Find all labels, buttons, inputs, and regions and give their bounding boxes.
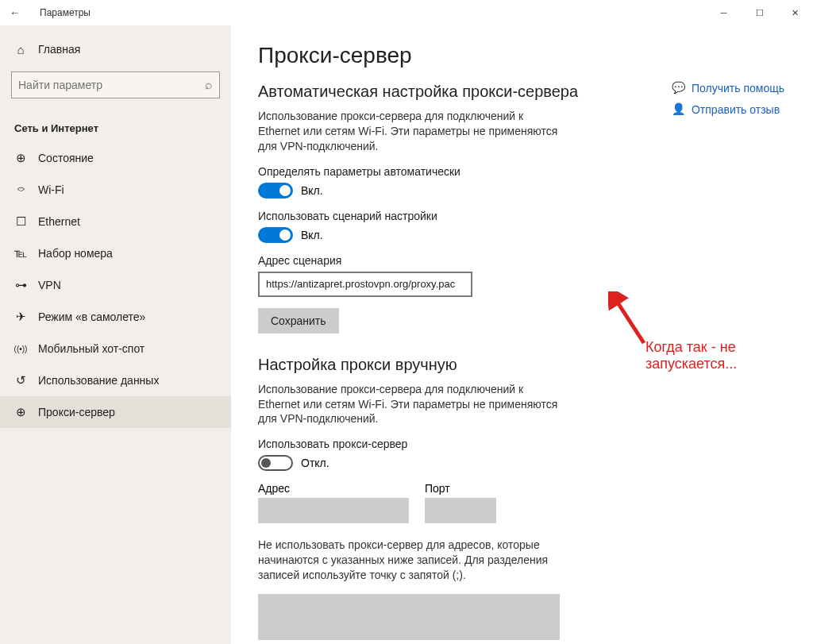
wifi-icon: ⌔ [14,183,27,197]
close-button[interactable]: ✕ [777,0,813,25]
back-button[interactable]: ← [10,6,32,19]
address-label: Адрес [258,482,409,495]
manual-proxy-desc: Использование прокси-сервера для подключ… [258,382,568,427]
window-title: Параметры [40,7,91,18]
auto-detect-toggle[interactable] [258,183,293,199]
sidebar-home[interactable]: ⌂ Главная [0,33,231,65]
search-icon: ⌕ [205,78,213,92]
get-help-label: Получить помощь [692,82,784,94]
feedback-label: Отправить отзыв [692,103,780,116]
auto-proxy-heading: Автоматическая настройка прокси-сервера [258,83,639,101]
page-title: Прокси-сервер [258,43,639,68]
address-input [258,498,409,523]
get-help-link[interactable]: 💬 Получить помощь [672,81,784,94]
script-address-input[interactable] [258,272,472,297]
port-label: Порт [425,482,496,495]
sidebar-item-proxy[interactable]: ⊕ Прокси-сервер [0,396,231,428]
use-script-state: Вкл. [301,229,323,241]
sidebar-item-vpn[interactable]: ⊶ VPN [0,269,231,301]
bypass-desc: Не использовать прокси-сервер для адресо… [258,538,568,583]
manual-proxy-heading: Настройка прокси вручную [258,356,639,374]
port-input [425,498,496,523]
ethernet-icon: ☐ [14,214,27,229]
save-button[interactable]: Сохранить [258,308,339,334]
annotation-text: Когда так - не запускается... [645,339,813,372]
main-content: Прокси-сервер Автоматическая настройка п… [231,25,813,644]
sidebar-item-airplane[interactable]: ✈ Режим «в самолете» [0,301,231,333]
sidebar-item-label: Состояние [38,152,94,164]
vpn-icon: ⊶ [14,278,27,292]
script-address-label: Адрес сценария [258,254,639,267]
sidebar-item-status[interactable]: ⊕ Состояние [0,142,231,174]
sidebar-item-hotspot[interactable]: ((•)) Мобильный хот-спот [0,333,231,364]
use-proxy-state: Откл. [301,457,329,469]
help-icon: 💬 [672,81,685,94]
sidebar-item-label: Прокси-сервер [38,406,115,418]
sidebar-item-label: Ethernet [38,215,80,228]
feedback-link[interactable]: 👤 Отправить отзыв [672,102,784,116]
auto-detect-label: Определять параметры автоматически [258,165,639,178]
use-proxy-label: Использовать прокси-сервер [258,438,639,450]
sidebar-item-ethernet[interactable]: ☐ Ethernet [0,206,231,237]
minimize-button[interactable]: ─ [706,0,742,25]
sidebar-item-label: Использование данных [38,374,159,387]
status-icon: ⊕ [14,151,27,165]
dialup-icon: ℡ [14,246,27,260]
airplane-icon: ✈ [14,310,27,324]
sidebar-item-wifi[interactable]: ⌔ Wi-Fi [0,174,231,206]
sidebar-item-label: Режим «в самолете» [38,310,145,323]
sidebar: ⌂ Главная ⌕ Сеть и Интернет ⊕ Состояние … [0,25,231,644]
sidebar-item-dialup[interactable]: ℡ Набор номера [0,237,231,269]
data-usage-icon: ↺ [14,373,27,388]
maximize-button[interactable]: ☐ [742,0,777,25]
sidebar-section-header: Сеть и Интернет [0,111,231,142]
sidebar-home-label: Главная [38,43,80,56]
bypass-input [258,594,560,640]
sidebar-item-label: VPN [38,279,61,291]
hotspot-icon: ((•)) [14,345,27,353]
sidebar-item-label: Набор номера [38,247,113,260]
proxy-icon: ⊕ [14,405,27,419]
window-titlebar: ← Параметры ─ ☐ ✕ [0,0,813,25]
home-icon: ⌂ [14,43,27,56]
auto-detect-state: Вкл. [301,184,323,197]
feedback-icon: 👤 [672,102,685,116]
sidebar-item-label: Мобильный хот-спот [38,342,144,355]
help-links: 💬 Получить помощь 👤 Отправить отзыв [672,81,784,124]
use-proxy-toggle[interactable] [258,455,293,471]
auto-proxy-desc: Использование прокси-сервера для подключ… [258,109,568,154]
search-input[interactable] [18,79,205,91]
use-script-label: Использовать сценарий настройки [258,210,639,222]
use-script-toggle[interactable] [258,227,293,243]
sidebar-item-label: Wi-Fi [38,183,64,196]
search-box[interactable]: ⌕ [11,71,220,98]
sidebar-item-datausage[interactable]: ↺ Использование данных [0,364,231,396]
